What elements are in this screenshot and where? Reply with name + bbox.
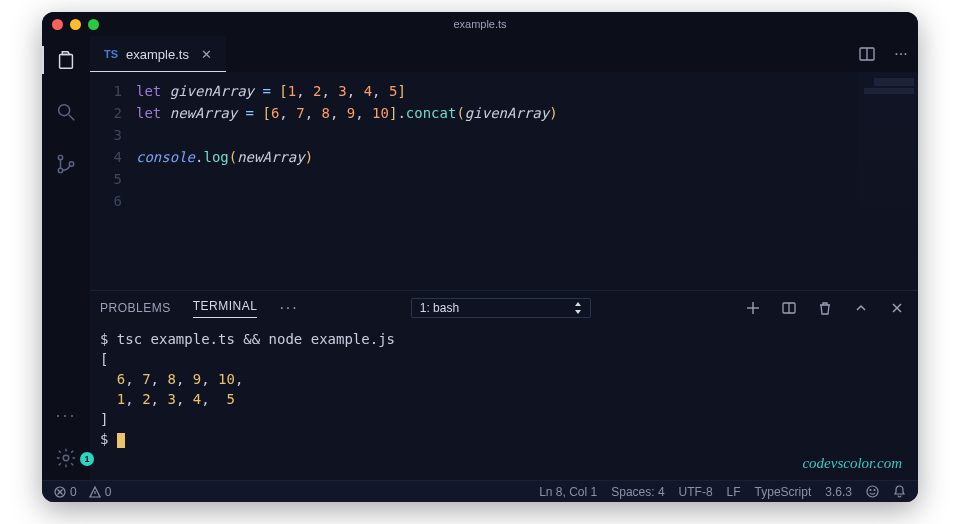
- editor-actions: ···: [858, 36, 910, 72]
- terminal-line: 1, 2, 3, 4, 5: [100, 389, 908, 409]
- terminal-line: [: [100, 349, 908, 369]
- source-control-icon[interactable]: [54, 152, 78, 176]
- dropdown-arrows-icon: [574, 302, 582, 314]
- editor-tabs: TS example.ts ✕ ···: [90, 36, 918, 72]
- terminal-selector-label: 1: bash: [420, 301, 459, 315]
- line-gutter: 123456: [90, 72, 136, 290]
- status-indent[interactable]: Spaces: 4: [611, 485, 664, 499]
- svg-point-19: [867, 486, 878, 497]
- status-bar: 0 0 Ln 8, Col 1 Spaces: 4 UTF-8 LF TypeS…: [42, 480, 918, 502]
- vscode-window: example.ts ··· 1: [42, 12, 918, 502]
- terminal-selector[interactable]: 1: bash: [411, 298, 591, 318]
- watermark: codevscolor.com: [802, 455, 902, 472]
- status-warnings-count: 0: [105, 485, 112, 499]
- tab-label: example.ts: [126, 47, 189, 62]
- new-terminal-icon[interactable]: [744, 299, 762, 317]
- code-line[interactable]: let givenArray = [1, 2, 3, 4, 5]: [136, 80, 558, 102]
- terminal-line: $ tsc example.ts && node example.js: [100, 329, 908, 349]
- status-warnings[interactable]: 0: [89, 485, 112, 499]
- more-actions-icon[interactable]: ···: [892, 45, 910, 63]
- explorer-icon[interactable]: [54, 48, 78, 72]
- svg-point-3: [58, 155, 62, 159]
- panel-overflow-icon[interactable]: ···: [279, 299, 298, 317]
- svg-line-2: [69, 115, 75, 121]
- terminal-output[interactable]: $ tsc example.ts && node example.js[ 6, …: [90, 325, 918, 480]
- minimap[interactable]: [858, 72, 918, 290]
- status-errors-count: 0: [70, 485, 77, 499]
- status-encoding[interactable]: UTF-8: [679, 485, 713, 499]
- main-row: ··· 1 TS example.ts ✕: [42, 36, 918, 480]
- terminal-line: ]: [100, 409, 908, 429]
- status-bell-icon[interactable]: [893, 485, 906, 498]
- svg-point-21: [874, 490, 875, 491]
- editor-area: TS example.ts ✕ ··· 123456 let givenArra…: [90, 36, 918, 480]
- code-line[interactable]: [136, 168, 558, 190]
- code-line[interactable]: let newArray = [6, 7, 8, 9, 10].concat(g…: [136, 102, 558, 124]
- status-language[interactable]: TypeScript: [755, 485, 812, 499]
- status-feedback-icon[interactable]: [866, 485, 879, 498]
- panel-tab-problems[interactable]: PROBLEMS: [100, 301, 171, 315]
- activity-bar: ··· 1: [42, 36, 90, 480]
- maximize-panel-icon[interactable]: [852, 299, 870, 317]
- typescript-badge-icon: TS: [104, 48, 118, 60]
- panel-tab-terminal[interactable]: TERMINAL: [193, 299, 258, 318]
- window-minimize-button[interactable]: [70, 19, 81, 30]
- svg-point-20: [870, 490, 871, 491]
- svg-rect-0: [60, 55, 73, 69]
- search-icon[interactable]: [54, 100, 78, 124]
- status-errors[interactable]: 0: [54, 485, 77, 499]
- code-content[interactable]: let givenArray = [1, 2, 3, 4, 5]let newA…: [136, 72, 558, 290]
- terminal-line: 6, 7, 8, 9, 10,: [100, 369, 908, 389]
- close-tab-icon[interactable]: ✕: [201, 47, 212, 62]
- svg-point-5: [69, 162, 73, 166]
- terminal-actions: [744, 299, 906, 317]
- panel-tabs: PROBLEMS TERMINAL ··· 1: bash: [90, 291, 918, 325]
- split-editor-icon[interactable]: [858, 45, 876, 63]
- window-controls: [52, 19, 99, 30]
- settings-gear-icon[interactable]: 1: [54, 446, 78, 470]
- settings-badge: 1: [80, 452, 94, 466]
- status-cursor[interactable]: Ln 8, Col 1: [539, 485, 597, 499]
- tab-example-ts[interactable]: TS example.ts ✕: [90, 36, 226, 72]
- code-editor[interactable]: 123456 let givenArray = [1, 2, 3, 4, 5]l…: [90, 72, 918, 290]
- close-panel-icon[interactable]: [888, 299, 906, 317]
- window-maximize-button[interactable]: [88, 19, 99, 30]
- kill-terminal-icon[interactable]: [816, 299, 834, 317]
- code-line[interactable]: console.log(newArray): [136, 146, 558, 168]
- split-terminal-icon[interactable]: [780, 299, 798, 317]
- svg-point-4: [58, 168, 62, 172]
- status-eol[interactable]: LF: [727, 485, 741, 499]
- status-ts-version[interactable]: 3.6.3: [825, 485, 852, 499]
- titlebar: example.ts: [42, 12, 918, 36]
- window-title: example.ts: [42, 18, 918, 30]
- terminal-line: $: [100, 429, 908, 449]
- code-line[interactable]: [136, 190, 558, 212]
- window-close-button[interactable]: [52, 19, 63, 30]
- code-line[interactable]: [136, 124, 558, 146]
- activity-overflow-icon[interactable]: ···: [55, 405, 76, 426]
- svg-point-1: [59, 105, 70, 116]
- svg-point-6: [63, 455, 69, 461]
- bottom-panel: PROBLEMS TERMINAL ··· 1: bash: [90, 290, 918, 480]
- terminal-cursor: [117, 433, 125, 448]
